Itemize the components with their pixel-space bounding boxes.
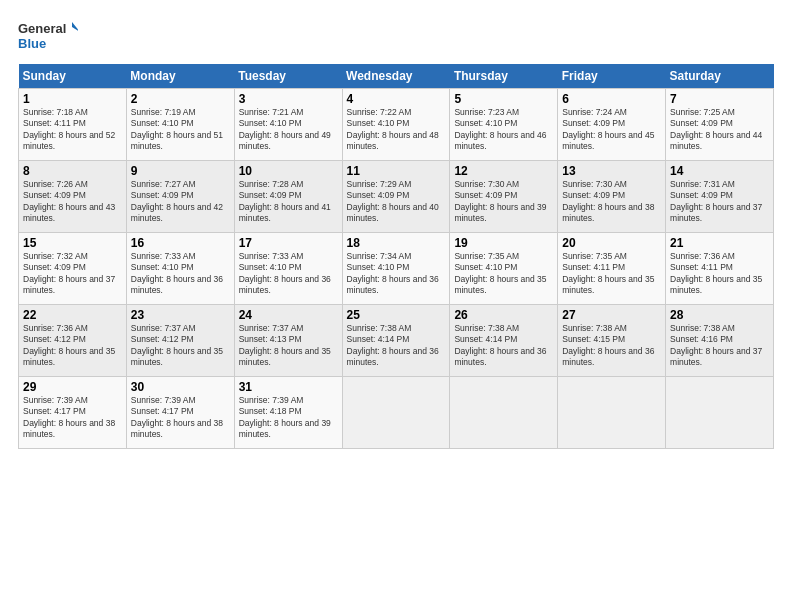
calendar-cell: 14 Sunrise: 7:31 AM Sunset: 4:09 PM Dayl… (666, 161, 774, 233)
col-header-sunday: Sunday (19, 64, 127, 89)
day-number: 11 (347, 164, 446, 178)
calendar-page: General Blue SundayMondayTuesdayWednesda… (0, 0, 792, 612)
calendar-cell: 7 Sunrise: 7:25 AM Sunset: 4:09 PM Dayli… (666, 89, 774, 161)
day-number: 12 (454, 164, 553, 178)
day-number: 13 (562, 164, 661, 178)
col-header-saturday: Saturday (666, 64, 774, 89)
day-info: Sunrise: 7:21 AM Sunset: 4:10 PM Dayligh… (239, 107, 338, 153)
svg-marker-2 (72, 22, 78, 32)
calendar-cell: 4 Sunrise: 7:22 AM Sunset: 4:10 PM Dayli… (342, 89, 450, 161)
calendar-cell: 31 Sunrise: 7:39 AM Sunset: 4:18 PM Dayl… (234, 377, 342, 449)
calendar-cell: 19 Sunrise: 7:35 AM Sunset: 4:10 PM Dayl… (450, 233, 558, 305)
day-info: Sunrise: 7:35 AM Sunset: 4:10 PM Dayligh… (454, 251, 553, 297)
day-info: Sunrise: 7:39 AM Sunset: 4:17 PM Dayligh… (23, 395, 122, 441)
col-header-thursday: Thursday (450, 64, 558, 89)
calendar-cell: 21 Sunrise: 7:36 AM Sunset: 4:11 PM Dayl… (666, 233, 774, 305)
logo-icon: General Blue (18, 18, 78, 54)
calendar-cell: 26 Sunrise: 7:38 AM Sunset: 4:14 PM Dayl… (450, 305, 558, 377)
day-info: Sunrise: 7:38 AM Sunset: 4:14 PM Dayligh… (347, 323, 446, 369)
day-info: Sunrise: 7:25 AM Sunset: 4:09 PM Dayligh… (670, 107, 769, 153)
day-number: 7 (670, 92, 769, 106)
calendar-cell: 23 Sunrise: 7:37 AM Sunset: 4:12 PM Dayl… (126, 305, 234, 377)
calendar-cell: 12 Sunrise: 7:30 AM Sunset: 4:09 PM Dayl… (450, 161, 558, 233)
calendar-cell: 20 Sunrise: 7:35 AM Sunset: 4:11 PM Dayl… (558, 233, 666, 305)
day-number: 22 (23, 308, 122, 322)
week-row-2: 8 Sunrise: 7:26 AM Sunset: 4:09 PM Dayli… (19, 161, 774, 233)
day-info: Sunrise: 7:36 AM Sunset: 4:12 PM Dayligh… (23, 323, 122, 369)
day-number: 28 (670, 308, 769, 322)
day-number: 15 (23, 236, 122, 250)
day-info: Sunrise: 7:35 AM Sunset: 4:11 PM Dayligh… (562, 251, 661, 297)
col-header-monday: Monday (126, 64, 234, 89)
day-info: Sunrise: 7:39 AM Sunset: 4:18 PM Dayligh… (239, 395, 338, 441)
day-info: Sunrise: 7:30 AM Sunset: 4:09 PM Dayligh… (562, 179, 661, 225)
day-number: 24 (239, 308, 338, 322)
day-info: Sunrise: 7:33 AM Sunset: 4:10 PM Dayligh… (239, 251, 338, 297)
calendar-cell (450, 377, 558, 449)
week-row-4: 22 Sunrise: 7:36 AM Sunset: 4:12 PM Dayl… (19, 305, 774, 377)
calendar-cell: 9 Sunrise: 7:27 AM Sunset: 4:09 PM Dayli… (126, 161, 234, 233)
day-number: 23 (131, 308, 230, 322)
day-info: Sunrise: 7:39 AM Sunset: 4:17 PM Dayligh… (131, 395, 230, 441)
logo: General Blue (18, 18, 78, 54)
day-number: 5 (454, 92, 553, 106)
calendar-cell: 30 Sunrise: 7:39 AM Sunset: 4:17 PM Dayl… (126, 377, 234, 449)
day-number: 20 (562, 236, 661, 250)
day-number: 21 (670, 236, 769, 250)
calendar-cell: 25 Sunrise: 7:38 AM Sunset: 4:14 PM Dayl… (342, 305, 450, 377)
day-info: Sunrise: 7:24 AM Sunset: 4:09 PM Dayligh… (562, 107, 661, 153)
day-number: 17 (239, 236, 338, 250)
day-info: Sunrise: 7:22 AM Sunset: 4:10 PM Dayligh… (347, 107, 446, 153)
col-header-wednesday: Wednesday (342, 64, 450, 89)
day-info: Sunrise: 7:38 AM Sunset: 4:14 PM Dayligh… (454, 323, 553, 369)
day-info: Sunrise: 7:27 AM Sunset: 4:09 PM Dayligh… (131, 179, 230, 225)
day-number: 27 (562, 308, 661, 322)
day-info: Sunrise: 7:26 AM Sunset: 4:09 PM Dayligh… (23, 179, 122, 225)
calendar-cell: 18 Sunrise: 7:34 AM Sunset: 4:10 PM Dayl… (342, 233, 450, 305)
day-info: Sunrise: 7:32 AM Sunset: 4:09 PM Dayligh… (23, 251, 122, 297)
day-info: Sunrise: 7:29 AM Sunset: 4:09 PM Dayligh… (347, 179, 446, 225)
day-number: 10 (239, 164, 338, 178)
calendar-cell (666, 377, 774, 449)
day-number: 26 (454, 308, 553, 322)
calendar-cell: 8 Sunrise: 7:26 AM Sunset: 4:09 PM Dayli… (19, 161, 127, 233)
calendar-cell: 24 Sunrise: 7:37 AM Sunset: 4:13 PM Dayl… (234, 305, 342, 377)
day-number: 4 (347, 92, 446, 106)
calendar-cell: 29 Sunrise: 7:39 AM Sunset: 4:17 PM Dayl… (19, 377, 127, 449)
calendar-cell: 6 Sunrise: 7:24 AM Sunset: 4:09 PM Dayli… (558, 89, 666, 161)
day-number: 2 (131, 92, 230, 106)
svg-text:Blue: Blue (18, 36, 46, 51)
day-info: Sunrise: 7:38 AM Sunset: 4:16 PM Dayligh… (670, 323, 769, 369)
day-number: 8 (23, 164, 122, 178)
calendar-cell: 15 Sunrise: 7:32 AM Sunset: 4:09 PM Dayl… (19, 233, 127, 305)
day-info: Sunrise: 7:37 AM Sunset: 4:12 PM Dayligh… (131, 323, 230, 369)
day-info: Sunrise: 7:37 AM Sunset: 4:13 PM Dayligh… (239, 323, 338, 369)
col-header-tuesday: Tuesday (234, 64, 342, 89)
calendar-cell: 16 Sunrise: 7:33 AM Sunset: 4:10 PM Dayl… (126, 233, 234, 305)
calendar-cell: 2 Sunrise: 7:19 AM Sunset: 4:10 PM Dayli… (126, 89, 234, 161)
calendar-cell: 27 Sunrise: 7:38 AM Sunset: 4:15 PM Dayl… (558, 305, 666, 377)
calendar-cell: 28 Sunrise: 7:38 AM Sunset: 4:16 PM Dayl… (666, 305, 774, 377)
calendar-cell: 3 Sunrise: 7:21 AM Sunset: 4:10 PM Dayli… (234, 89, 342, 161)
calendar-cell (342, 377, 450, 449)
day-number: 9 (131, 164, 230, 178)
day-number: 18 (347, 236, 446, 250)
calendar-cell: 17 Sunrise: 7:33 AM Sunset: 4:10 PM Dayl… (234, 233, 342, 305)
day-number: 1 (23, 92, 122, 106)
day-number: 6 (562, 92, 661, 106)
day-number: 29 (23, 380, 122, 394)
day-info: Sunrise: 7:38 AM Sunset: 4:15 PM Dayligh… (562, 323, 661, 369)
header: General Blue (18, 18, 774, 54)
day-info: Sunrise: 7:19 AM Sunset: 4:10 PM Dayligh… (131, 107, 230, 153)
calendar-cell: 1 Sunrise: 7:18 AM Sunset: 4:11 PM Dayli… (19, 89, 127, 161)
week-row-1: 1 Sunrise: 7:18 AM Sunset: 4:11 PM Dayli… (19, 89, 774, 161)
day-info: Sunrise: 7:28 AM Sunset: 4:09 PM Dayligh… (239, 179, 338, 225)
calendar-cell: 13 Sunrise: 7:30 AM Sunset: 4:09 PM Dayl… (558, 161, 666, 233)
day-number: 25 (347, 308, 446, 322)
calendar-cell: 10 Sunrise: 7:28 AM Sunset: 4:09 PM Dayl… (234, 161, 342, 233)
calendar-cell (558, 377, 666, 449)
day-number: 30 (131, 380, 230, 394)
day-info: Sunrise: 7:23 AM Sunset: 4:10 PM Dayligh… (454, 107, 553, 153)
col-header-friday: Friday (558, 64, 666, 89)
day-number: 3 (239, 92, 338, 106)
